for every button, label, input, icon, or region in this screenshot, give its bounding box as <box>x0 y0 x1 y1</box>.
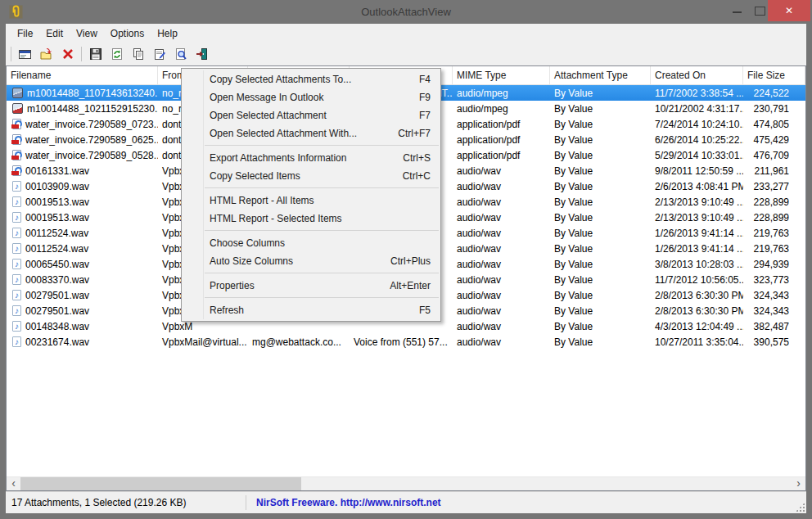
properties-icon[interactable] <box>150 46 169 63</box>
context-menu-item-open-selected-attachment-with[interactable]: Open Selected Attachment With...Ctrl+F7 <box>182 124 440 142</box>
column-header-filename[interactable]: Filename <box>7 66 158 84</box>
cell-filename: ♪00103909.wav <box>7 181 158 192</box>
scrollbar-thumb[interactable] <box>20 477 301 490</box>
cell-attachment_type: By Value <box>550 305 651 317</box>
audio-file-icon: ♪ <box>12 196 21 207</box>
context-menu-item-html-report-all-items[interactable]: HTML Report - All Items <box>182 192 440 210</box>
cell-file_size: 219,763 <box>743 243 805 255</box>
pdf-file-icon <box>12 165 21 176</box>
filename-text: 00019513.wav <box>25 212 89 223</box>
horizontal-scrollbar[interactable]: ‹ › <box>7 476 805 490</box>
filename-text: 00279501.wav <box>25 305 89 317</box>
context-menu-item-export-attachments-information[interactable]: Export Attachments InformationCtrl+S <box>182 149 440 167</box>
exit-icon[interactable] <box>192 46 211 63</box>
find-icon[interactable] <box>171 46 190 63</box>
minimize-button[interactable] <box>733 11 742 13</box>
menu-item-shortcut: Ctrl+Plus <box>390 255 431 267</box>
attachment-row[interactable]: ♪00231674.wavVpbxMail@virtual...mg@webat… <box>7 334 805 350</box>
nirsoft-link[interactable]: NirSoft Freeware. http://www.nirsoft.net <box>246 497 441 508</box>
column-header-mime[interactable]: MIME Type <box>453 66 550 84</box>
delete-x-icon[interactable] <box>58 46 77 63</box>
toolbar-separator <box>11 47 11 61</box>
context-menu-item-copy-selected-items[interactable]: Copy Selected ItemsCtrl+C <box>182 167 440 185</box>
filename-text: 00231674.wav <box>25 336 89 348</box>
column-header-created_on[interactable]: Created On <box>651 66 743 84</box>
pdf-file-icon <box>12 119 21 129</box>
maximize-button[interactable] <box>755 7 765 16</box>
cell-mime: audio/mpeg <box>453 88 550 99</box>
menubar: FileEditViewOptionsHelp <box>6 24 806 43</box>
filename-text: m10014488_1107143613240... <box>27 88 158 99</box>
scrollbar-track[interactable] <box>20 477 792 490</box>
cell-attachment_type: By Value <box>550 336 651 348</box>
context-menu-item-auto-size-columns[interactable]: Auto Size ColumnsCtrl+Plus <box>182 252 440 270</box>
message-window-icon[interactable] <box>16 46 34 63</box>
outlookattachview-window: { "window": { "title": "OutlookAttachVie… <box>0 0 812 519</box>
menu-item-label: Choose Columns <box>210 237 285 249</box>
cell-file_size: 228,899 <box>743 212 805 223</box>
copy-attachments-to-icon[interactable] <box>37 46 56 63</box>
cell-file_size: 230,791 <box>743 103 805 115</box>
cell-file_size: 324,343 <box>743 305 805 317</box>
cell-created_on: 5/29/2014 10:33:01... <box>651 150 743 161</box>
cell-mime: audio/wav <box>453 336 550 348</box>
audio-file-icon: ♪ <box>12 321 21 332</box>
menubar-item-help[interactable]: Help <box>151 25 184 42</box>
menubar-item-options[interactable]: Options <box>104 25 151 42</box>
cell-file_size: 324,343 <box>743 290 805 301</box>
context-menu-item-html-report-selected-items[interactable]: HTML Report - Selected Items <box>182 210 440 228</box>
cell-attachment_type: By Value <box>550 134 651 146</box>
scroll-left-icon[interactable]: ‹ <box>7 477 20 490</box>
cell-created_on: 2/6/2013 4:08:41 PM <box>651 181 743 192</box>
cell-created_on: 2/8/2013 6:30:30 PM <box>651 305 743 317</box>
audio-file-icon: ♪ <box>12 243 21 254</box>
refresh-icon[interactable] <box>107 46 126 63</box>
cell-created_on: 7/24/2014 10:24:10... <box>651 119 743 130</box>
context-menu-item-open-message-in-outlook[interactable]: Open Message In OutlookF9 <box>182 88 440 106</box>
cell-filename: m10014488_1021152915230... <box>7 103 158 115</box>
cell-to: mg@webattack.co... <box>248 336 350 348</box>
cell-mime: audio/wav <box>453 243 550 255</box>
column-label: MIME Type <box>457 70 506 81</box>
cell-filename: water_invoice.7290589_0723... <box>7 119 158 130</box>
menu-item-shortcut: F7 <box>419 110 431 121</box>
scroll-right-icon[interactable]: › <box>792 477 805 490</box>
copy-icon[interactable] <box>129 46 147 63</box>
cell-created_on: 11/7/2012 10:56:05... <box>651 274 743 286</box>
cell-mime: audio/mpeg <box>453 103 550 115</box>
menubar-item-view[interactable]: View <box>70 25 104 42</box>
menu-item-label: Copy Selected Attachments To... <box>210 74 351 85</box>
cell-filename: water_invoice.7290589_0625... <box>7 134 158 146</box>
context-menu-item-properties[interactable]: PropertiesAlt+Enter <box>182 277 440 295</box>
cell-file_size: 323,773 <box>743 274 805 286</box>
context-menu-item-refresh[interactable]: RefreshF5 <box>182 301 440 319</box>
audio-file-icon: ♪ <box>12 274 21 285</box>
cell-filename: ♪00231674.wav <box>7 336 158 348</box>
cell-attachment_type: By Value <box>550 212 651 223</box>
list-empty-area <box>7 350 805 476</box>
context-menu-item-copy-selected-attachments-to[interactable]: Copy Selected Attachments To...F4 <box>182 70 440 88</box>
column-label: Attachment Type <box>554 70 628 81</box>
close-button[interactable]: ✕ <box>768 0 810 21</box>
column-header-file_size[interactable]: File Size <box>743 66 805 84</box>
cell-filename: ♪00279501.wav <box>7 305 158 317</box>
cell-attachment_type: By Value <box>550 88 651 99</box>
menu-separator <box>205 145 439 146</box>
menubar-item-file[interactable]: File <box>11 25 39 42</box>
winamp-file-icon <box>12 88 23 98</box>
cell-created_on: 2/13/2013 9:10:49 ... <box>651 212 743 223</box>
cell-filename: ♪00112524.wav <box>7 228 158 239</box>
column-header-attachment_type[interactable]: Attachment Type <box>550 66 651 84</box>
cell-mime: audio/wav <box>453 274 550 286</box>
menu-separator <box>205 297 439 298</box>
save-icon[interactable] <box>86 46 105 63</box>
menubar-item-edit[interactable]: Edit <box>39 25 70 42</box>
cell-mime: application/pdf <box>453 150 550 161</box>
resize-grip[interactable] <box>796 503 805 512</box>
menu-item-shortcut: F9 <box>419 92 431 103</box>
context-menu-item-open-selected-attachment[interactable]: Open Selected AttachmentF7 <box>182 106 440 124</box>
cell-file_size: 219,763 <box>743 228 805 239</box>
filename-text: water_invoice.7290589_0723... <box>25 119 158 130</box>
context-menu-item-choose-columns[interactable]: Choose Columns <box>182 234 440 252</box>
filename-text: 00279501.wav <box>25 290 89 301</box>
